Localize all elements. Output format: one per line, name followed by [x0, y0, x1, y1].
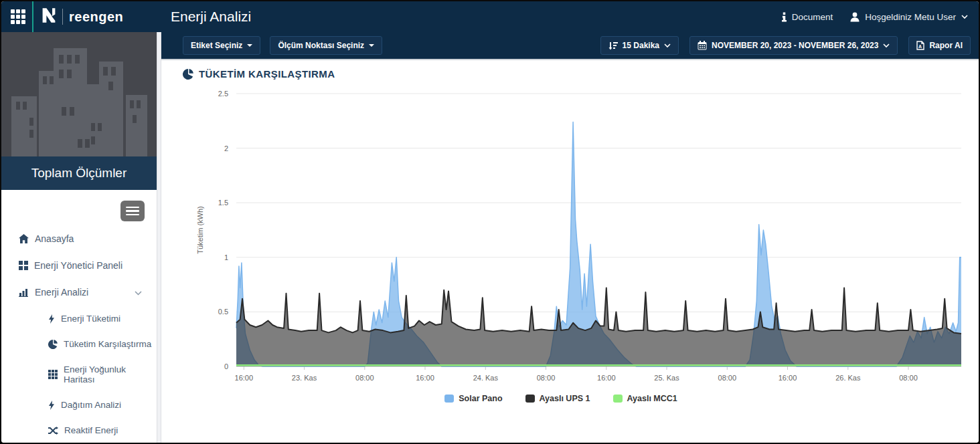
legend-label: Ayaslı MCC1 [627, 394, 677, 403]
svg-text:16:00: 16:00 [779, 374, 797, 382]
svg-text:A: A [918, 44, 922, 49]
svg-text:08:00: 08:00 [537, 374, 556, 382]
city-skyline-image [1, 32, 157, 156]
sidebar-wrap: Toplam Ölçümler Anasayfa Enerji Yönetici… [1, 32, 161, 443]
sidebar-subnav: Enerji Tüketimi Tüketim Karşılaştırma En… [19, 314, 157, 444]
app-grid-icon[interactable] [11, 9, 25, 24]
accent-divider [32, 1, 33, 32]
sidebar-item-label: Enerji Yönetici Paneli [34, 260, 122, 271]
chart-title-row: TÜKETİM KARŞILAŞTIRMA [183, 68, 979, 80]
legend-item-solar-pano[interactable]: Solar Pano [444, 394, 502, 403]
svg-text:2: 2 [224, 144, 228, 152]
svg-text:08:00: 08:00 [355, 374, 374, 382]
pie-chart-icon [48, 340, 58, 349]
sidebar-item-dagitim-analizi[interactable]: Dağıtım Analizi [48, 400, 157, 410]
document-link[interactable]: Document [782, 12, 833, 22]
sidebar: Toplam Ölçümler Anasayfa Enerji Yönetici… [1, 32, 157, 444]
info-icon [782, 12, 787, 22]
main-area: Etiket Seçiniz Ölçüm Noktası Seçiniz 15 … [161, 32, 979, 443]
legend-swatch [444, 395, 454, 403]
sidebar-collapse-button[interactable] [120, 201, 145, 221]
shuffle-icon [48, 427, 58, 435]
svg-text:24. Kas: 24. Kas [473, 374, 499, 382]
sidebar-nav: Anasayfa Enerji Yönetici Paneli Enerji A… [1, 228, 157, 444]
filter-toolbar: Etiket Seçiniz Ölçüm Noktası Seçiniz 15 … [161, 32, 979, 60]
bolt-icon [48, 401, 55, 410]
sidebar-item-enerji-yonetici-paneli[interactable]: Enerji Yönetici Paneli [19, 260, 157, 271]
reengen-logo-icon [40, 7, 58, 27]
svg-text:25. Kas: 25. Kas [654, 374, 679, 382]
chevron-down-icon [961, 15, 968, 19]
toolbar-right: 15 Dakika NOVEMBER 20, 2023 - NOVEMBER 2… [600, 36, 971, 55]
logo-text-divider [62, 9, 63, 25]
welcome-label: Hoşgeldiniz Metu User [865, 12, 956, 22]
toolbar-left: Etiket Seçiniz Ölçüm Noktası Seçiniz [183, 36, 382, 55]
legend-label: Solar Pano [459, 394, 502, 403]
sidebar-item-enerji-analizi[interactable]: Enerji Analizi [19, 287, 157, 298]
svg-text:0: 0 [224, 362, 228, 370]
measure-point-select-label: Ölçüm Noktası Seçiniz [278, 41, 364, 50]
chevron-down-icon [664, 43, 671, 48]
sidebar-item-label: Enerji Analizi [35, 287, 88, 298]
svg-text:23. Kas: 23. Kas [292, 374, 317, 382]
app-window: reengen Enerji Analizi Document Hoşgeldi… [0, 0, 980, 444]
sidebar-item-tuketim-karsilastirma[interactable]: Tüketim Karşılaştırma [48, 339, 157, 349]
tag-select-label: Etiket Seçiniz [191, 41, 242, 50]
page-title: Enerji Analizi [171, 9, 251, 25]
consumption-chart: 00.511.522.516:0023. Kas08:0016:0024. Ka… [183, 84, 966, 390]
sidebar-scrollbar[interactable] [157, 32, 161, 443]
user-menu[interactable]: Hoşgeldiniz Metu User [850, 12, 968, 22]
sidebar-section-title: Toplam Ölçümler [1, 156, 157, 190]
brand-name: reengen [69, 9, 123, 25]
bolt-icon [48, 314, 55, 324]
panel-grid-icon [19, 261, 28, 270]
document-label: Document [792, 12, 833, 22]
sidebar-item-enerji-tuketimi[interactable]: Enerji Tüketimi [48, 314, 157, 324]
chart-legend: Solar Pano Ayaslı UPS 1 Ayaslı MCC1 [183, 394, 939, 403]
legend-label: Ayaslı UPS 1 [540, 394, 590, 403]
date-range-label: NOVEMBER 20, 2023 - NOVEMBER 26, 2023 [712, 41, 878, 50]
sidebar-item-label: Tüketim Karşılaştırma [64, 339, 151, 349]
chevron-down-icon [883, 43, 890, 48]
sidebar-item-reaktif-enerji[interactable]: Reaktif Enerji [48, 425, 157, 435]
date-range-picker[interactable]: NOVEMBER 20, 2023 - NOVEMBER 26, 2023 [689, 36, 898, 55]
measure-point-select-dropdown[interactable]: Ölçüm Noktası Seçiniz [270, 36, 382, 55]
svg-text:16:00: 16:00 [235, 374, 254, 382]
sidebar-item-anasayfa[interactable]: Anasayfa [19, 233, 157, 244]
report-file-icon: A [916, 41, 924, 50]
svg-text:16:00: 16:00 [597, 374, 616, 382]
caret-down-icon [369, 44, 374, 47]
topbar-right: Document Hoşgeldiniz Metu User [782, 12, 979, 22]
sidebar-item-label: Anasayfa [35, 233, 74, 244]
svg-text:Tüketim (kWh): Tüketim (kWh) [196, 206, 204, 254]
interval-dropdown[interactable]: 15 Dakika [600, 36, 679, 55]
bar-chart-icon [19, 288, 29, 297]
svg-text:0.5: 0.5 [218, 308, 228, 316]
svg-text:08:00: 08:00 [718, 374, 737, 382]
sidebar-item-label: Reaktif Enerji [64, 425, 118, 435]
report-button[interactable]: A Rapor Al [908, 36, 971, 55]
svg-text:1.5: 1.5 [218, 199, 228, 207]
chart-title: TÜKETİM KARŞILAŞTIRMA [199, 68, 335, 80]
tag-select-dropdown[interactable]: Etiket Seçiniz [183, 36, 260, 55]
sort-amount-icon [608, 41, 618, 50]
svg-text:26. Kas: 26. Kas [835, 374, 861, 382]
chevron-down-icon [135, 287, 142, 298]
sidebar-item-enerji-yogunluk-haritasi[interactable]: Enerji Yoğunluk Haritası [48, 364, 157, 384]
sidebar-item-label: Dağıtım Analizi [61, 400, 121, 410]
home-icon [19, 234, 29, 243]
chart-panel: TÜKETİM KARŞILAŞTIRMA 00.511.522.516:002… [161, 60, 979, 443]
svg-text:1: 1 [224, 253, 228, 261]
caret-down-icon [247, 44, 252, 47]
interval-label: 15 Dakika [623, 41, 659, 50]
legend-item-ayasli-mcc1[interactable]: Ayaslı MCC1 [613, 394, 677, 403]
sidebar-item-label: Enerji Yoğunluk Haritası [64, 364, 157, 384]
top-navbar: reengen Enerji Analizi Document Hoşgeldi… [1, 1, 979, 32]
svg-text:08:00: 08:00 [899, 374, 918, 382]
sidebar-item-label: Enerji Tüketimi [61, 314, 120, 324]
legend-swatch [613, 395, 623, 403]
report-label: Rapor Al [929, 41, 963, 50]
legend-item-ayasli-ups-1[interactable]: Ayaslı UPS 1 [525, 394, 590, 403]
svg-text:2.5: 2.5 [218, 90, 228, 98]
pie-chart-icon [183, 69, 193, 80]
